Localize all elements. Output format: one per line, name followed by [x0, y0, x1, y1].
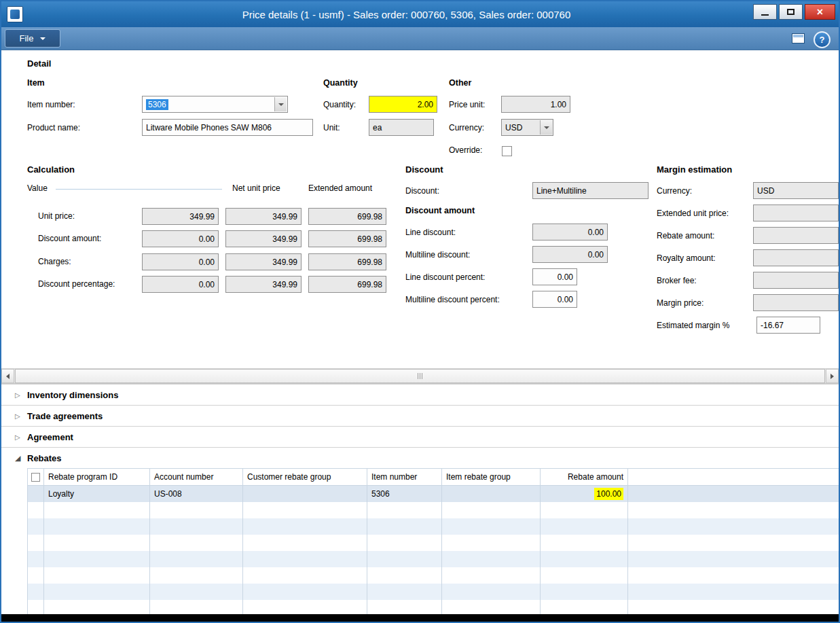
- maximize-button[interactable]: [779, 4, 803, 20]
- fasttab-trade-agreements[interactable]: ▷ Trade agreements: [1, 405, 839, 426]
- override-checkbox[interactable]: [502, 146, 512, 156]
- charges-extended-field[interactable]: 699.98: [308, 253, 386, 270]
- currency-label: Currency:: [449, 123, 484, 132]
- expand-arrow-icon: ▷: [15, 391, 27, 399]
- grid-cell-rebate-amount[interactable]: 100.00: [541, 486, 628, 502]
- unit-price-value: 349.99: [189, 212, 215, 221]
- row-selector-cell[interactable]: [28, 486, 44, 502]
- currency-field[interactable]: USD: [501, 119, 553, 136]
- grid-cell-account-number[interactable]: US-008: [150, 486, 243, 502]
- item-number-dropdown-icon[interactable]: [274, 97, 287, 111]
- price-unit-field[interactable]: 1.00: [501, 96, 570, 113]
- discount-percentage-extended: 699.98: [357, 280, 382, 289]
- product-name-field[interactable]: Litware Mobile Phones SAW M806: [142, 119, 313, 136]
- unit-value: ea: [373, 123, 382, 132]
- unit-price-extended-field[interactable]: 699.98: [308, 208, 386, 225]
- horizontal-scrollbar[interactable]: [1, 368, 839, 384]
- window-controls: ×: [753, 4, 835, 20]
- price-unit-label: Price unit:: [449, 100, 485, 109]
- item-number-value: 5306: [146, 99, 168, 110]
- grid-header-item-rebate-group[interactable]: Item rebate group: [442, 469, 541, 485]
- scroll-left-button[interactable]: [1, 369, 14, 383]
- unit-price-net-field[interactable]: 349.99: [225, 208, 302, 225]
- grid-cell-customer-rebate-group[interactable]: [243, 486, 367, 502]
- discount-amount-value-field[interactable]: 0.00: [142, 230, 219, 247]
- layout-icon[interactable]: [792, 33, 805, 43]
- chevron-down-icon: [544, 126, 549, 129]
- scrollbar-thumb[interactable]: [15, 369, 825, 383]
- broker-fee-label: Broker fee:: [657, 276, 697, 285]
- grid-header-row: Rebate program ID Account number Custome…: [28, 468, 839, 486]
- discount-amount-extended-field[interactable]: 699.98: [308, 230, 386, 247]
- fasttab-label: Inventory dimensions: [27, 390, 118, 400]
- fasttab-agreement[interactable]: ▷ Agreement: [1, 426, 839, 447]
- expand-arrow-icon: ▷: [15, 412, 27, 420]
- line-discount-value: 0.00: [588, 228, 604, 237]
- grid-header-customer-rebate-group[interactable]: Customer rebate group: [243, 469, 367, 485]
- minimize-button[interactable]: [753, 4, 777, 20]
- unit-field[interactable]: ea: [369, 119, 434, 136]
- margin-price-field[interactable]: [753, 294, 839, 311]
- royalty-amount-field[interactable]: [753, 249, 839, 266]
- file-menu-button[interactable]: File: [5, 29, 60, 48]
- currency-dropdown-icon[interactable]: [540, 120, 552, 135]
- extended-unit-price-field[interactable]: [753, 204, 839, 221]
- extended-unit-price-label: Extended unit price:: [657, 209, 729, 218]
- estimated-margin-field[interactable]: -16.67: [756, 317, 820, 334]
- multiline-discount-percent-label: Multiline discount percent:: [405, 295, 500, 304]
- multiline-discount-percent-field[interactable]: 0.00: [532, 291, 577, 308]
- multiline-discount-label: Multiline discount:: [405, 250, 470, 260]
- unit-price-net: 349.99: [272, 212, 297, 221]
- bottom-border: [1, 614, 839, 622]
- royalty-amount-label: Royalty amount:: [657, 253, 716, 263]
- rebate-amount-field[interactable]: [753, 227, 839, 244]
- line-discount-percent-label: Line discount percent:: [405, 272, 485, 282]
- charges-value-field[interactable]: 0.00: [142, 253, 219, 270]
- grid-cell-item-rebate-group[interactable]: [442, 486, 541, 502]
- grid-header-item-number[interactable]: Item number: [367, 469, 442, 485]
- quantity-field[interactable]: 2.00: [369, 96, 437, 113]
- close-button[interactable]: ×: [805, 4, 835, 20]
- detail-section-title: Detail: [27, 58, 51, 69]
- discount-amount-net-field[interactable]: 349.99: [225, 230, 302, 247]
- line-discount-percent-field[interactable]: 0.00: [532, 268, 577, 285]
- grid-empty-row: [28, 551, 839, 567]
- discount-percentage-extended-field[interactable]: 699.98: [308, 276, 386, 293]
- broker-fee-field[interactable]: [753, 272, 839, 289]
- grid-cell-item-number[interactable]: 5306: [367, 486, 442, 502]
- fasttab-inventory-dimensions[interactable]: ▷ Inventory dimensions: [1, 384, 839, 405]
- discount-percentage-label: Discount percentage:: [38, 279, 115, 289]
- line-discount-field[interactable]: 0.00: [532, 224, 608, 241]
- discount-percentage-value-field[interactable]: 0.00: [142, 276, 219, 293]
- item-group-title: Item: [27, 78, 45, 88]
- scroll-right-button[interactable]: [826, 369, 839, 383]
- grid-empty-row: [28, 502, 839, 518]
- grid-header-account-number[interactable]: Account number: [150, 469, 243, 485]
- minimize-icon: [761, 14, 769, 16]
- help-glyph: ?: [820, 35, 825, 45]
- grid-select-all-cell[interactable]: [28, 469, 44, 485]
- unit-price-value-field[interactable]: 349.99: [142, 208, 219, 225]
- help-icon[interactable]: ?: [814, 31, 830, 48]
- item-number-field[interactable]: 5306: [142, 96, 288, 113]
- margin-currency-field[interactable]: USD: [753, 182, 839, 199]
- charges-net-field[interactable]: 349.99: [225, 253, 302, 270]
- unit-label: Unit:: [323, 123, 340, 132]
- unit-price-label: Unit price:: [38, 211, 75, 221]
- select-all-checkbox[interactable]: [31, 473, 40, 482]
- grid-row[interactable]: Loyalty US-008 5306 100.00: [28, 486, 839, 502]
- multiline-discount-field[interactable]: 0.00: [532, 246, 608, 263]
- app-icon[interactable]: [7, 6, 23, 22]
- highlighted-rebate-amount: 100.00: [594, 488, 623, 500]
- fasttab-rebates[interactable]: ◢ Rebates: [1, 447, 839, 468]
- discount-field[interactable]: Line+Multiline: [532, 182, 649, 199]
- multiline-discount-value: 0.00: [588, 250, 604, 260]
- grid-header-rebate-program-id[interactable]: Rebate program ID: [44, 469, 150, 485]
- discount-percentage-net-field[interactable]: 349.99: [225, 276, 302, 293]
- grid-cell-rebate-program-id[interactable]: Loyalty: [44, 486, 150, 502]
- calc-col-extended-amount: Extended amount: [308, 183, 372, 193]
- titlebar[interactable]: Price details (1 - usmf) - Sales order: …: [1, 1, 839, 27]
- grid-header-rebate-amount[interactable]: Rebate amount: [541, 469, 628, 485]
- charges-label: Charges:: [38, 257, 71, 266]
- line-discount-label: Line discount:: [405, 228, 456, 237]
